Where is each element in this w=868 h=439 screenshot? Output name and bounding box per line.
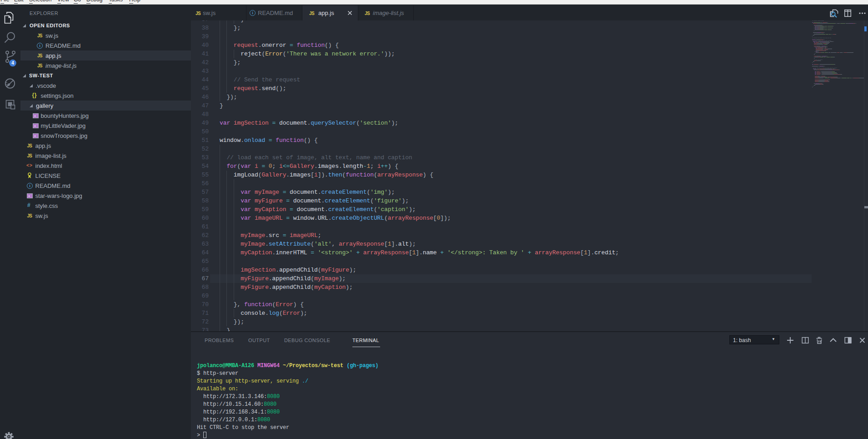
svg-text:4: 4 — [11, 61, 14, 66]
